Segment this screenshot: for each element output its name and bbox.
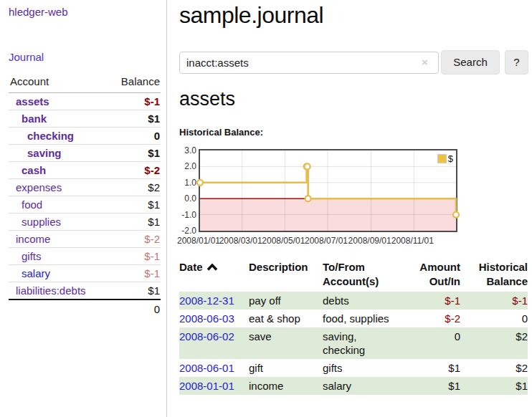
legend-label: $: [448, 153, 453, 164]
register-body: 2008-12-31pay offdebts$-1$-12008-06-03ea…: [179, 292, 528, 395]
register-header-amount: Amount Out/In: [400, 260, 460, 292]
search-button[interactable]: Search: [441, 50, 500, 75]
register-accounts: saving, checking: [323, 327, 400, 359]
search-input[interactable]: [179, 52, 439, 74]
account-link-income[interactable]: income: [16, 233, 50, 245]
y-tick-label: -2.0: [178, 226, 196, 236]
register-description: eat & shop: [249, 310, 323, 327]
account-row: food$1: [9, 196, 161, 214]
legend-color-swatch: [437, 154, 447, 163]
register-date-link[interactable]: 2008-06-03: [179, 312, 234, 325]
register-row: 2008-06-03eat & shopfood, supplies$-20: [179, 310, 528, 327]
account-balance: $-2: [108, 162, 161, 179]
register-amount: $1: [400, 359, 460, 377]
account-heading: assets: [179, 87, 235, 110]
account-row: assets$-1: [9, 93, 161, 110]
account-link-checking[interactable]: checking: [27, 130, 74, 142]
register-date-link[interactable]: 2008-06-01: [179, 362, 234, 374]
account-balance: $1: [108, 196, 161, 214]
account-row: liabilities:debts$1: [9, 282, 161, 300]
y-tick-label: 1.0: [178, 178, 196, 188]
account-link-liabilities-debts[interactable]: liabilities:debts: [16, 284, 86, 297]
x-tick-label: 2008/05/01: [260, 236, 307, 246]
chart-plot-area: $: [199, 149, 457, 232]
register-header-accounts: To/From Account(s): [323, 260, 400, 292]
register-header-date[interactable]: Date: [179, 260, 249, 292]
brand-link[interactable]: hledger-web: [9, 6, 68, 18]
y-tick-label: -1.0: [178, 210, 196, 220]
chart-legend: $: [437, 153, 453, 164]
register-balance: 0: [460, 310, 528, 327]
account-link-bank[interactable]: bank: [22, 112, 47, 125]
account-link-cash[interactable]: cash: [22, 164, 46, 176]
register-accounts: salary: [323, 377, 400, 395]
register-header-description: Description: [249, 260, 323, 292]
register-description: gift: [249, 359, 323, 377]
page-title: sample.journal: [179, 1, 323, 29]
register-row: 2008-12-31pay offdebts$-1$-1: [179, 292, 528, 310]
account-balance: $1: [108, 110, 161, 128]
sidebar-item-journal[interactable]: Journal: [9, 51, 44, 63]
register-amount: $-1: [400, 292, 460, 310]
x-tick-label: 2008/01/01: [175, 236, 222, 246]
x-tick-label: 2008/03/01: [217, 236, 265, 246]
register-accounts: debts: [323, 292, 400, 310]
chart-canvas: [200, 150, 456, 231]
account-row: income$-2: [9, 231, 161, 248]
account-row: salary$-1: [9, 265, 161, 282]
account-link-salary[interactable]: salary: [22, 267, 50, 279]
account-balance: $-1: [108, 93, 161, 110]
account-balance: $-1: [108, 265, 161, 282]
search-help-button[interactable]: ?: [505, 50, 528, 75]
x-tick-label: 2008/11/01: [389, 236, 436, 246]
register-description: income: [249, 377, 323, 395]
account-column-header: Account: [9, 72, 108, 93]
account-tree-table: Account Balance assets$-1bank$1checking0…: [9, 72, 161, 317]
register-amount: $-2: [400, 310, 460, 327]
account-balance: $1: [108, 145, 161, 162]
register-date-link[interactable]: 2008-06-02: [179, 330, 234, 342]
register-row: 2008-06-01giftgifts$1$2: [179, 359, 528, 377]
register-date-link[interactable]: 2008-12-31: [179, 294, 234, 307]
register-balance: $1: [460, 377, 528, 395]
account-link-assets[interactable]: assets: [16, 95, 49, 107]
account-balance: $1: [108, 214, 161, 231]
main-content: sample.journal × Search ? assets Histori…: [179, 0, 528, 417]
balance-column-header: Balance: [108, 72, 161, 93]
register-amount: $1: [400, 377, 460, 395]
account-row: bank$1: [9, 110, 161, 128]
account-balance: $2: [108, 179, 161, 196]
account-row: cash$-2: [9, 162, 161, 179]
account-row: expenses$2: [9, 179, 161, 196]
account-link-saving[interactable]: saving: [27, 147, 62, 159]
register-row: 2008-06-02savesaving, checking0$2: [179, 327, 528, 359]
register-description: pay off: [249, 292, 323, 310]
account-link-food[interactable]: food: [22, 198, 42, 211]
account-link-expenses[interactable]: expenses: [16, 181, 62, 193]
account-tree-header: Account Balance: [9, 72, 161, 93]
sidebar: hledger-web Journal Account Balance asse…: [0, 0, 167, 417]
y-tick-label: 3.0: [178, 145, 196, 155]
account-total-balance: 0: [108, 299, 161, 317]
register-balance: $2: [460, 359, 528, 377]
x-tick-label: 2008/07/01: [303, 236, 350, 246]
account-row: supplies$1: [9, 214, 161, 231]
account-balance: $1: [108, 282, 161, 300]
x-tick-label: 2008/09/01: [346, 236, 394, 246]
account-link-gifts[interactable]: gifts: [22, 250, 42, 262]
register-balance: $2: [460, 327, 528, 359]
account-balance: $-2: [108, 231, 161, 248]
clear-search-icon[interactable]: ×: [422, 56, 428, 68]
register-description: save: [249, 327, 323, 359]
chart-title: Historical Balance:: [179, 127, 263, 138]
hledger-web-page: hledger-web Journal Account Balance asse…: [0, 0, 532, 417]
chevron-up-icon: [206, 263, 218, 271]
register-amount: 0: [400, 327, 460, 359]
account-tree-body: assets$-1bank$1checking0saving$1cash$-2e…: [9, 93, 161, 300]
account-link-supplies[interactable]: supplies: [22, 216, 61, 228]
register-accounts: food, supplies: [323, 310, 400, 327]
account-balance: 0: [108, 128, 161, 145]
y-tick-label: 0.0: [178, 193, 196, 203]
register-date-link[interactable]: 2008-01-01: [179, 380, 234, 392]
historical-balance-chart: $ 3.02.01.00.0-1.0-2.0 2008/01/012008/03…: [179, 146, 480, 251]
